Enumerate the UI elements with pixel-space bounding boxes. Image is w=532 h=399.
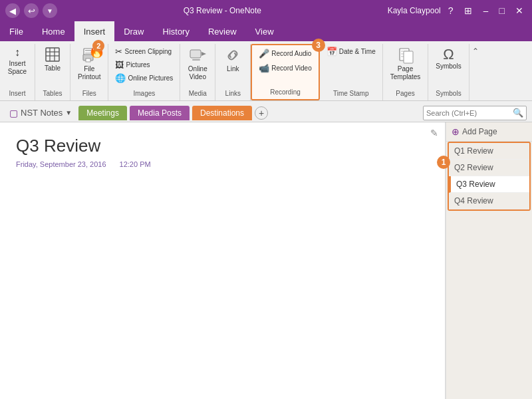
menu-home[interactable]: Home xyxy=(33,21,74,41)
ribbon-group-pages-label: Pages xyxy=(387,88,424,99)
file-printout-icon-container: 🔥 2 xyxy=(80,47,98,65)
symbols-button[interactable]: Ω Symbols xyxy=(432,45,464,71)
menu-view[interactable]: View xyxy=(246,21,283,41)
page-list-item-q1[interactable]: Q1 Review xyxy=(449,143,529,160)
pictures-icon: 🖼 xyxy=(115,60,124,70)
back-button[interactable]: ◀ xyxy=(5,3,20,18)
ribbon-group-files-items: 🔥 2 FilePrintout xyxy=(74,45,104,88)
insert-space-icon: ↕ xyxy=(15,47,20,59)
record-audio-label: Record Audio xyxy=(271,50,311,57)
online-video-icon xyxy=(189,47,206,65)
ribbon-group-symbols-items: Ω Symbols xyxy=(432,45,464,88)
screen-clipping-button[interactable]: ✂ Screen Clipping xyxy=(112,45,176,58)
close-button[interactable]: ✕ xyxy=(512,4,527,17)
menu-history[interactable]: History xyxy=(154,21,199,41)
pictures-button[interactable]: 🖼 Pictures xyxy=(112,59,176,71)
ribbon-collapse-button[interactable]: ⌃ xyxy=(469,44,481,100)
titlebar: ◀ ↩ ▼ Q3 Review - OneNote Kayla Claypool… xyxy=(0,0,532,21)
ribbon-group-symbols: Ω Symbols Symbols xyxy=(428,44,469,100)
record-video-icon: 📹 xyxy=(259,63,269,73)
menubar: File Home Insert Draw History Review Vie… xyxy=(0,21,532,41)
minimize-button[interactable]: ‒ xyxy=(479,4,492,17)
ribbon-group-timestamp: 📅 Date & Time Time Stamp xyxy=(320,44,383,100)
page-templates-icon xyxy=(397,47,414,65)
ribbon-group-pages-items: PageTemplates xyxy=(387,45,424,88)
notebook-dropdown-icon[interactable]: ▼ xyxy=(65,109,72,116)
sidebar-page-list: Q1 Review Q2 Review Q3 Review Q4 Review xyxy=(448,142,531,211)
link-button[interactable]: Link xyxy=(219,45,246,74)
table-icon xyxy=(45,47,61,65)
online-pictures-button[interactable]: 🌐 Online Pictures xyxy=(112,72,176,84)
quick-access-dropdown[interactable]: ▼ xyxy=(43,3,57,18)
date-time-label: Date & Time xyxy=(339,48,376,55)
page-templates-button[interactable]: PageTemplates xyxy=(387,45,424,82)
add-page-button[interactable]: ⊕ Add Page xyxy=(446,122,532,142)
maximize-button[interactable]: □ xyxy=(496,4,508,17)
search-box[interactable]: 🔍 xyxy=(423,106,527,120)
file-printout-button[interactable]: 🔥 2 FilePrintout xyxy=(74,45,104,82)
ribbon-group-symbols-label: Symbols xyxy=(432,88,464,99)
page-title: Q3 Review xyxy=(16,136,429,156)
screen-clipping-icon: ✂ xyxy=(115,47,122,57)
notebook-name-label: NST Notes xyxy=(21,108,63,118)
add-page-icon: ⊕ xyxy=(452,126,460,137)
ribbon-group-links-items: Link xyxy=(219,45,246,88)
ribbon-group-images: ✂ Screen Clipping 🖼 Pictures 🌐 Online Pi… xyxy=(108,44,180,100)
page-list-item-q3-label: Q3 Review xyxy=(456,180,495,189)
page-list-item-q2[interactable]: Q2 Review xyxy=(449,160,529,176)
menu-file[interactable]: File xyxy=(0,21,33,41)
tab-media-posts[interactable]: Media Posts xyxy=(130,106,190,120)
pictures-label: Pictures xyxy=(126,61,150,68)
tab-meetings[interactable]: Meetings xyxy=(78,106,127,120)
help-button[interactable]: ? xyxy=(445,4,457,17)
date-time-icon: 📅 xyxy=(327,47,337,57)
ribbon-group-images-label: Images xyxy=(112,88,176,99)
ribbon-group-files-label: Files xyxy=(74,88,104,99)
page-list-item-q3[interactable]: Q3 Review xyxy=(449,176,529,193)
menu-review[interactable]: Review xyxy=(199,21,246,41)
table-button[interactable]: Table xyxy=(39,45,66,73)
link-icon xyxy=(224,47,241,65)
badge-3: 3 xyxy=(312,39,325,52)
notebook-name[interactable]: ▢ NST Notes ▼ xyxy=(5,106,76,120)
ribbon-group-media-items: OnlineVideo xyxy=(184,45,211,88)
search-icon: 🔍 xyxy=(513,108,523,118)
edit-icon[interactable]: ✎ xyxy=(430,128,438,138)
svg-rect-11 xyxy=(190,50,201,58)
titlebar-right: Kayla Claypool ? ⊞ ‒ □ ✕ xyxy=(388,4,527,17)
search-input[interactable] xyxy=(426,109,513,117)
record-audio-icon: 🎤 xyxy=(259,49,269,59)
record-video-button[interactable]: 📹 Record Video xyxy=(256,61,314,75)
ribbon-group-insert-items: ↕ InsertSpace xyxy=(4,45,31,88)
ribbon-group-insert: ↕ InsertSpace Insert xyxy=(0,44,35,100)
symbols-icon: Ω xyxy=(443,47,454,63)
insert-space-button[interactable]: ↕ InsertSpace xyxy=(4,45,31,77)
add-tab-button[interactable]: + xyxy=(255,106,268,120)
tab-destinations[interactable]: Destinations xyxy=(192,106,252,120)
ribbon-group-files: 🔥 2 FilePrintout Files xyxy=(70,44,108,100)
svg-marker-12 xyxy=(201,52,206,56)
insert-space-label: InsertSpace xyxy=(8,60,27,76)
page-date: Friday, September 23, 2016 12:20 PM xyxy=(16,160,429,168)
titlebar-left: ◀ ↩ ▼ xyxy=(5,3,57,18)
ribbon-group-tables-items: Table xyxy=(39,45,66,88)
ribbon-group-timestamp-label: Time Stamp xyxy=(324,88,378,99)
add-page-label: Add Page xyxy=(462,127,497,136)
ribbon-group-links: Link Links xyxy=(215,44,251,100)
timestamp-col: 📅 Date & Time xyxy=(324,45,378,58)
page-list-item-q1-label: Q1 Review xyxy=(454,146,493,156)
menu-insert[interactable]: Insert xyxy=(74,21,115,41)
link-label: Link xyxy=(227,65,239,72)
window-title: Q3 Review - OneNote xyxy=(57,6,388,15)
menu-draw[interactable]: Draw xyxy=(114,21,153,41)
page-list-item-q4[interactable]: Q4 Review xyxy=(449,193,529,209)
restore-button[interactable]: ⊞ xyxy=(461,4,475,17)
online-video-button[interactable]: OnlineVideo xyxy=(184,45,211,82)
page-date-value: Friday, September 23, 2016 xyxy=(16,160,106,168)
page-list-item-q2-label: Q2 Review xyxy=(454,163,493,172)
online-pictures-icon: 🌐 xyxy=(115,73,126,83)
date-time-button[interactable]: 📅 Date & Time xyxy=(324,45,378,58)
record-audio-button[interactable]: 🎤 Record Audio xyxy=(256,47,314,61)
undo-button[interactable]: ↩ xyxy=(24,3,39,18)
screen-clipping-label: Screen Clipping xyxy=(124,48,172,55)
